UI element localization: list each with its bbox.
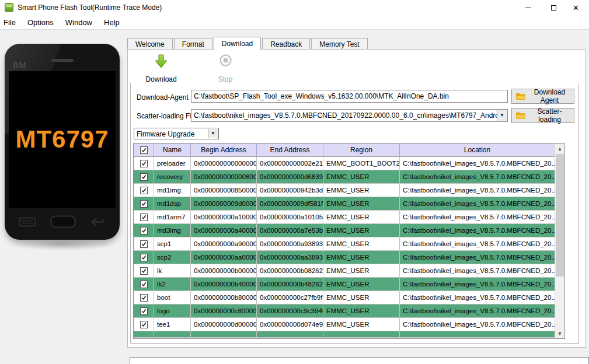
cell-name: tee1 [154,318,191,331]
table-row[interactable]: md3img0x000000000a4000000x000000000a7e53… [134,224,555,237]
tab-welcome[interactable]: Welcome [127,38,173,50]
header-region[interactable]: Region [323,144,400,157]
cell-name: scp2 [154,251,191,264]
table-row[interactable]: boot0x000000000b8000000x000000000c27fb9f… [134,291,555,304]
partition-table: Name Begin Address End Address Region Lo… [133,143,565,339]
row-checkbox[interactable] [140,281,148,288]
table-row[interactable]: md1img0x00000000085000000x000000000942b3… [134,184,555,197]
cell-location: C:\fastboot\nikel_images_V8.5.7.0.MBFCNE… [400,278,555,291]
row-checkbox[interactable] [140,267,148,275]
row-checkbox-cell [134,170,154,184]
select-all-cell [134,144,154,157]
cell-region: EMMC_USER [323,278,400,291]
flash-mode-arrow-icon[interactable]: ▼ [208,129,218,138]
row-checkbox[interactable] [140,294,148,302]
download-agent-button[interactable]: Download Agent [511,89,574,104]
cell-begin-address: 0x0000000008500000 [191,184,257,197]
header-location[interactable]: Location [400,144,555,157]
cell-name: preloader [154,157,191,170]
row-checkbox-cell [134,197,154,211]
row-checkbox[interactable] [140,173,148,181]
table-row[interactable]: scp10x000000000a9000000x000000000a93893f… [134,237,555,251]
cell-begin-address: 0x000000000a400000 [191,224,257,237]
row-checkbox-cell [134,318,154,331]
cell-begin-address: 0x000000000b000000 [191,264,257,278]
partition-table-body: preloader0x00000000000000000x00000000000… [134,157,555,338]
table-row[interactable]: scp20x000000000aa000000x000000000aa3893f… [134,251,555,264]
cell-end-address: 0x000000000a10105f [257,211,323,224]
stop-icon [219,54,232,66]
cell-location: C:\fastboot\nikel_images_V8.5.7.0.MBFCNE… [400,211,555,224]
table-row[interactable]: lk20x000000000b4000000x000000000b48262fE… [134,278,555,291]
cell-end-address: 0x0000000009df581f [257,197,323,211]
phone-speaker [51,59,74,62]
row-checkbox[interactable] [140,187,148,194]
table-row[interactable]: md1arm70x000000000a1000000x000000000a101… [134,211,555,224]
stop-button[interactable]: Stop [199,54,252,83]
table-row[interactable]: recovery0x00000000000080000x0000000000d6… [134,170,555,184]
row-checkbox-cell [134,211,154,224]
chipset-label: MT6797 [15,125,109,153]
table-row[interactable]: lk0x000000000b0000000x000000000b08262fEM… [134,264,555,278]
scroll-up-icon[interactable]: ▲ [555,144,564,153]
row-checkbox[interactable] [140,160,148,167]
download-agent-input[interactable] [191,90,508,103]
tab-format[interactable]: Format [174,38,212,50]
table-row[interactable]: md1dsp0x0000000009d000000x0000000009df58… [134,197,555,211]
download-button[interactable]: Download [135,54,187,83]
row-checkbox[interactable] [140,307,148,315]
cell-begin-address: 0x000000000b400000 [191,278,257,291]
cell-region: EMMC_BOOT1_BOOT2 [323,157,400,170]
scrollbar-thumb[interactable] [556,154,564,276]
scatter-loading-button[interactable]: Scatter-loading [511,108,574,123]
menu-file[interactable]: File [0,15,22,29]
row-checkbox[interactable] [140,214,148,221]
cell-end-address: 0x000000000002e217 [257,157,323,170]
cell-location: C:\fastboot\nikel_images_V8.5.7.0.MBFCNE… [400,237,555,251]
cell-region: EMMC_USER [323,184,400,197]
menu-help[interactable]: Help [98,15,126,29]
tab-memory-test[interactable]: Memory Test [311,38,367,50]
scatter-combo-arrow-icon[interactable]: ▼ [497,110,507,121]
select-all-checkbox[interactable] [140,146,148,154]
close-button[interactable]: ✕ [563,0,589,15]
flash-mode-select[interactable]: Firmware Upgrade ▼ [134,128,219,139]
header-begin[interactable]: Begin Address [191,144,257,157]
row-checkbox[interactable] [140,227,148,235]
header-end[interactable]: End Address [257,144,323,157]
table-row-partial[interactable] [134,331,555,338]
tab-download[interactable]: Download [214,37,261,50]
close-icon: ✕ [573,4,579,12]
menu-window[interactable]: Window [60,15,98,29]
cell-name: boot [154,291,191,304]
minimize-button[interactable] [515,0,541,15]
cell-begin-address: 0x0000000009d00000 [191,197,257,211]
menu-options[interactable]: Options [22,15,60,29]
tab-readback[interactable]: Readback [262,38,310,50]
table-row[interactable]: logo0x000000000c8000000x000000000c9c394f… [134,304,555,318]
cell-clipped [154,331,191,338]
header-name[interactable]: Name [154,144,191,157]
cell-end-address: 0x000000000a7e53bf [257,224,323,237]
cell-region: EMMC_USER [323,197,400,211]
cell-end-address: 0x0000000000d6839f [257,170,323,184]
flash-mode-value: Firmware Upgrade [137,130,194,138]
row-checkbox[interactable] [140,254,148,261]
row-checkbox-cell [134,157,154,170]
scroll-down-icon[interactable]: ▼ [555,328,564,338]
row-checkbox[interactable] [140,240,148,248]
table-row[interactable]: tee10x000000000d0000000x000000000d074e9f… [134,318,555,331]
table-row[interactable]: preloader0x00000000000000000x00000000000… [134,157,555,170]
status-panel [130,357,589,364]
row-checkbox[interactable] [140,200,148,208]
title-bar: Smart Phone Flash Tool(Runtime Trace Mod… [0,0,589,15]
cell-name: lk2 [154,278,191,291]
cell-region: EMMC_USER [323,211,400,224]
maximize-icon [551,5,556,10]
scatter-file-combobox[interactable]: C:\fastboot\nikel_images_V8.5.7.0.MBFCNE… [191,109,508,122]
cell-location: C:\fastboot\nikel_images_V8.5.7.0.MBFCNE… [400,224,555,237]
table-scrollbar[interactable]: ▲ ▼ [555,144,564,338]
cell-end-address: 0x000000000aa3893f [257,251,323,264]
phone-back-icon [90,217,106,227]
row-checkbox[interactable] [140,321,148,328]
